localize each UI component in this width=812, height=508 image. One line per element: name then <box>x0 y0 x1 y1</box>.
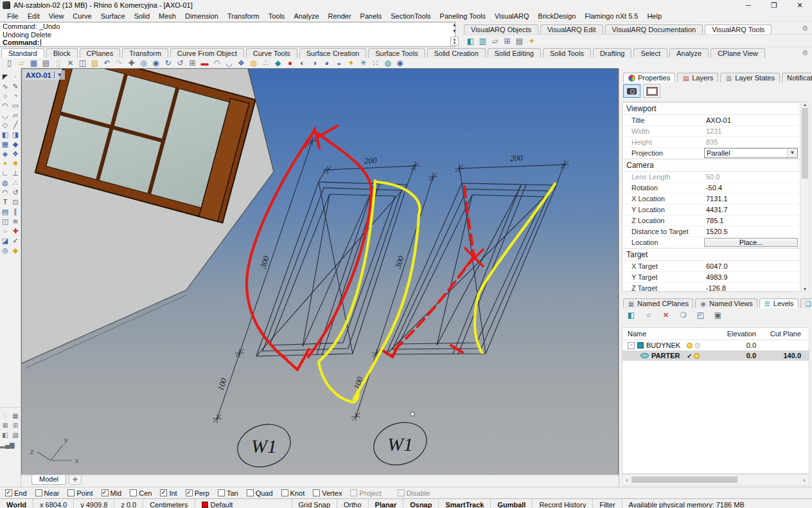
left-toolbar-icon[interactable]: ╱ <box>10 120 21 130</box>
left-toolbar-icon[interactable]: ⊥ <box>10 168 21 178</box>
property-value[interactable]: 1520.5 ▼ <box>704 227 798 236</box>
checkbox[interactable] <box>35 489 42 496</box>
left-toolbar-icon[interactable]: ◪ <box>0 236 10 246</box>
statusbar-pane[interactable]: Default <box>195 499 292 508</box>
left-toolbar-icon[interactable]: ⁘ <box>0 226 10 236</box>
property-value[interactable]: AXO-01 ▼ <box>704 116 798 125</box>
statusbar-pane[interactable]: World <box>0 499 33 508</box>
toolbar-icon[interactable]: ↶ <box>102 58 112 68</box>
current-level-check-icon[interactable]: ✓ <box>687 352 692 359</box>
filter-icon[interactable]: ◧ <box>0 430 10 440</box>
toolbar-icon[interactable]: ✦ <box>346 58 357 68</box>
toolbar-tab[interactable]: Curve Tools <box>246 48 297 58</box>
filter-icon[interactable]: ▂▄▆ <box>0 440 10 449</box>
filter-icon[interactable]: ⊞ <box>10 421 21 430</box>
osnap-toggle[interactable]: Quad <box>247 489 273 497</box>
column-elevation[interactable]: Elevation <box>720 330 763 338</box>
left-toolbar-icon[interactable]: ◠ <box>0 101 10 111</box>
column-name[interactable]: Name <box>622 330 720 338</box>
left-toolbar-icon[interactable]: ↺ <box>10 188 21 197</box>
left-toolbar-icon[interactable]: ◆ <box>10 140 21 149</box>
osnap-toggle[interactable]: Cen <box>130 489 152 497</box>
minimize-button[interactable]: ─ <box>744 1 753 10</box>
statusbar-pane[interactable]: Grid Snap <box>292 499 338 508</box>
toolbar-tab[interactable]: Solid Creation <box>427 48 486 58</box>
toolbar-icon[interactable]: ∴ <box>260 58 271 68</box>
scroll-up-icon[interactable]: ▲ <box>450 22 459 28</box>
toolbar-tab[interactable]: Surface Creation <box>299 48 367 58</box>
toolbar-icon[interactable]: ▱ <box>16 58 27 68</box>
statusbar-pane[interactable]: y 4909.8 <box>74 499 114 508</box>
visualarq-tool-icon[interactable]: ✦ <box>526 37 537 46</box>
toolbar-icon[interactable]: ↻ <box>163 58 173 68</box>
tab-layer-states[interactable]: ▥ Layer States <box>720 73 780 82</box>
toolbar-icon[interactable]: ✕ <box>65 58 76 68</box>
table-row-building[interactable]: − BUDYNEK 0.0 <box>622 340 809 350</box>
toolbar-icon[interactable]: ▯ <box>4 58 15 68</box>
lightbulb-icon[interactable] <box>687 343 693 349</box>
gear-icon[interactable]: ⚙ <box>802 49 808 57</box>
left-toolbar-icon[interactable]: ◡ <box>0 111 10 120</box>
toolbar-icon[interactable]: ◐ <box>297 58 308 68</box>
toolbar-icon[interactable]: ▯ <box>53 58 64 68</box>
visualarq-tab[interactable]: VisualARQ Edit <box>540 24 603 34</box>
menu-item[interactable]: Flamingo nXt 5.5 <box>580 12 642 20</box>
command-scrollbar[interactable]: ▲ ▼ ▲▼ <box>450 22 459 47</box>
tab-named-cplanes[interactable]: ▦ Named CPlanes <box>623 298 693 308</box>
toolbar-icon[interactable]: ◉ <box>394 58 405 68</box>
checkbox[interactable] <box>186 489 193 496</box>
osnap-toggle[interactable]: Near <box>35 489 60 497</box>
left-toolbar-icon[interactable]: ◤ <box>0 72 10 82</box>
left-toolbar-icon[interactable]: ✓ <box>10 236 21 246</box>
toolbar-tab[interactable]: Standard <box>1 48 44 58</box>
visualarq-tool-icon[interactable]: ⊞ <box>502 37 513 46</box>
left-toolbar-icon[interactable]: ◈ <box>0 149 10 159</box>
property-value[interactable]: 4983.9 ▼ <box>704 273 798 282</box>
left-toolbar-icon[interactable]: · <box>10 72 21 82</box>
menu-item[interactable]: SectionTools <box>386 12 435 20</box>
left-toolbar-icon[interactable]: ✦ <box>0 159 10 168</box>
left-toolbar-icon[interactable]: ▭ <box>10 101 21 111</box>
filter-icon[interactable]: ▨ <box>10 430 21 440</box>
toolbar-icon[interactable]: ▨ <box>89 58 100 68</box>
left-toolbar-icon[interactable]: ◫ <box>0 217 10 226</box>
menu-item[interactable]: Paneling Tools <box>436 12 490 20</box>
osnap-toggle[interactable]: Mid <box>102 489 122 497</box>
levels-tool-icon[interactable]: ◧ <box>626 311 637 320</box>
property-value[interactable]: Place... ▼ <box>704 238 798 247</box>
lightbulb-off-icon[interactable] <box>694 343 700 349</box>
property-value[interactable]: 785.1 ▼ <box>704 216 798 225</box>
checkbox[interactable] <box>218 489 225 496</box>
chevron-down-icon[interactable]: ▼ <box>57 72 62 78</box>
menu-item[interactable]: Transform <box>223 12 264 20</box>
scroll-down-icon[interactable]: ▼ <box>450 28 459 35</box>
chevron-down-icon[interactable]: ▼ <box>787 149 797 158</box>
osnap-toggle[interactable]: Project <box>350 489 381 497</box>
toolbar-icon[interactable]: ◡ <box>224 58 234 68</box>
left-toolbar-icon[interactable]: ≋ <box>10 217 21 226</box>
left-toolbar-icon[interactable]: ◇ <box>0 120 10 130</box>
visualarq-tool-icon[interactable]: ▤ <box>514 37 525 46</box>
detail-properties-button[interactable] <box>643 84 660 98</box>
scroll-left-icon[interactable]: ‹ <box>622 476 631 484</box>
command-prompt-line[interactable]: Command: <box>3 39 452 47</box>
checkbox[interactable] <box>313 489 320 496</box>
toolbar-icon[interactable]: ∷ <box>370 58 381 68</box>
properties-scrollbar[interactable]: ▲ ▼ <box>800 102 810 292</box>
left-toolbar-icon[interactable]: ○ <box>0 91 10 101</box>
left-toolbar-icon[interactable]: ✚ <box>10 226 21 236</box>
left-toolbar-icon[interactable]: ∥ <box>10 207 21 217</box>
scroll-right-icon[interactable]: › <box>800 476 809 484</box>
left-toolbar-icon[interactable]: ◆ <box>10 246 21 255</box>
statusbar-pane[interactable]: Planar <box>369 499 404 508</box>
toolbar-tab[interactable]: Solid Tools <box>543 48 591 58</box>
property-value[interactable]: -126.8 ▼ <box>704 284 798 292</box>
command-history[interactable]: Command: _Undo Undoing Delete Command: <box>0 22 455 47</box>
statusbar-pane[interactable]: Record History <box>533 499 593 508</box>
tab-properties[interactable]: Properties <box>623 73 675 82</box>
menu-item[interactable]: Panels <box>356 12 387 20</box>
toolbar-icon[interactable]: ▦ <box>28 58 39 68</box>
left-toolbar-icon[interactable]: ⊡ <box>10 197 21 207</box>
viewport[interactable]: 200 200 300 100 300 100 <box>21 68 619 475</box>
visualarq-tool-icon[interactable]: ◧ <box>465 37 476 46</box>
